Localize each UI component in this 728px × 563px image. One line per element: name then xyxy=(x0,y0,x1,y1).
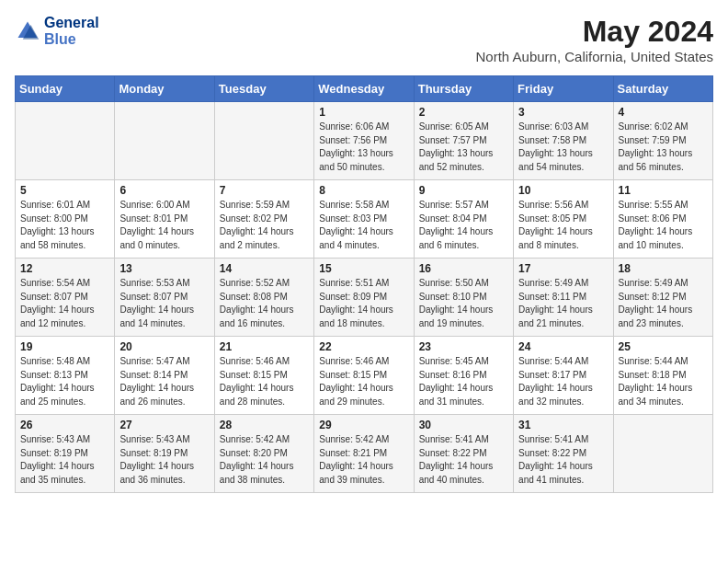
day-details: Sunrise: 5:55 AM Sunset: 8:06 PM Dayligh… xyxy=(619,199,708,252)
day-details: Sunrise: 5:51 AM Sunset: 8:09 PM Dayligh… xyxy=(319,277,408,330)
calendar-cell: 15Sunrise: 5:51 AM Sunset: 8:09 PM Dayli… xyxy=(314,259,414,337)
day-details: Sunrise: 6:06 AM Sunset: 7:56 PM Dayligh… xyxy=(319,121,408,174)
day-details: Sunrise: 5:58 AM Sunset: 8:03 PM Dayligh… xyxy=(319,199,408,252)
day-number: 13 xyxy=(119,262,209,275)
day-header-thursday: Thursday xyxy=(414,76,513,102)
calendar-cell xyxy=(115,102,214,180)
day-number: 9 xyxy=(419,184,508,197)
day-number: 11 xyxy=(619,184,708,197)
day-number: 6 xyxy=(119,184,209,197)
day-details: Sunrise: 5:49 AM Sunset: 8:12 PM Dayligh… xyxy=(619,277,708,330)
day-details: Sunrise: 5:54 AM Sunset: 8:07 PM Dayligh… xyxy=(20,277,109,330)
logo-line2: Blue xyxy=(44,31,99,48)
calendar-cell: 31Sunrise: 5:41 AM Sunset: 8:22 PM Dayli… xyxy=(514,415,613,493)
day-header-tuesday: Tuesday xyxy=(214,76,313,102)
calendar-cell: 25Sunrise: 5:44 AM Sunset: 8:18 PM Dayli… xyxy=(613,337,712,415)
day-details: Sunrise: 5:56 AM Sunset: 8:05 PM Dayligh… xyxy=(518,199,608,252)
day-details: Sunrise: 5:44 AM Sunset: 8:17 PM Dayligh… xyxy=(518,355,608,408)
day-number: 5 xyxy=(20,184,109,197)
day-header-monday: Monday xyxy=(115,76,214,102)
day-details: Sunrise: 6:01 AM Sunset: 8:00 PM Dayligh… xyxy=(20,199,109,252)
calendar-cell: 17Sunrise: 5:49 AM Sunset: 8:11 PM Dayli… xyxy=(514,259,613,337)
calendar-cell: 6Sunrise: 6:00 AM Sunset: 8:01 PM Daylig… xyxy=(115,180,214,259)
calendar-week-2: 5Sunrise: 6:01 AM Sunset: 8:00 PM Daylig… xyxy=(16,180,713,259)
day-details: Sunrise: 5:53 AM Sunset: 8:07 PM Dayligh… xyxy=(119,277,209,330)
calendar-cell: 24Sunrise: 5:44 AM Sunset: 8:17 PM Dayli… xyxy=(514,337,613,415)
day-details: Sunrise: 5:49 AM Sunset: 8:11 PM Dayligh… xyxy=(518,277,608,330)
day-details: Sunrise: 5:46 AM Sunset: 8:15 PM Dayligh… xyxy=(319,355,408,408)
day-details: Sunrise: 5:43 AM Sunset: 8:19 PM Dayligh… xyxy=(20,433,109,487)
day-details: Sunrise: 5:42 AM Sunset: 8:20 PM Dayligh… xyxy=(220,433,309,487)
day-number: 4 xyxy=(619,106,708,119)
day-details: Sunrise: 5:47 AM Sunset: 8:14 PM Dayligh… xyxy=(119,355,209,408)
logo-icon xyxy=(15,18,40,44)
day-number: 26 xyxy=(20,419,109,431)
calendar-week-4: 19Sunrise: 5:48 AM Sunset: 8:13 PM Dayli… xyxy=(16,337,713,415)
day-number: 19 xyxy=(20,340,109,353)
day-details: Sunrise: 5:46 AM Sunset: 8:15 PM Dayligh… xyxy=(220,355,309,408)
day-details: Sunrise: 5:43 AM Sunset: 8:19 PM Dayligh… xyxy=(119,433,209,487)
day-details: Sunrise: 5:44 AM Sunset: 8:18 PM Dayligh… xyxy=(619,355,708,408)
logo: General Blue xyxy=(15,15,99,47)
calendar-cell: 9Sunrise: 5:57 AM Sunset: 8:04 PM Daylig… xyxy=(414,180,513,259)
day-number: 3 xyxy=(518,106,608,119)
calendar-cell: 1Sunrise: 6:06 AM Sunset: 7:56 PM Daylig… xyxy=(314,102,414,180)
calendar-cell xyxy=(16,102,115,180)
day-number: 28 xyxy=(220,419,309,431)
logo-line1: General xyxy=(44,15,99,31)
calendar-cell: 18Sunrise: 5:49 AM Sunset: 8:12 PM Dayli… xyxy=(613,259,712,337)
calendar-cell: 10Sunrise: 5:56 AM Sunset: 8:05 PM Dayli… xyxy=(514,180,613,259)
calendar-cell: 12Sunrise: 5:54 AM Sunset: 8:07 PM Dayli… xyxy=(16,259,115,337)
day-number: 30 xyxy=(419,419,508,431)
day-details: Sunrise: 5:57 AM Sunset: 8:04 PM Dayligh… xyxy=(419,199,508,252)
calendar-cell: 13Sunrise: 5:53 AM Sunset: 8:07 PM Dayli… xyxy=(115,259,214,337)
calendar-week-1: 1Sunrise: 6:06 AM Sunset: 7:56 PM Daylig… xyxy=(16,102,713,180)
day-number: 23 xyxy=(419,340,508,353)
calendar-cell: 7Sunrise: 5:59 AM Sunset: 8:02 PM Daylig… xyxy=(214,180,313,259)
calendar-cell xyxy=(613,415,712,493)
day-number: 7 xyxy=(220,184,309,197)
calendar-cell: 21Sunrise: 5:46 AM Sunset: 8:15 PM Dayli… xyxy=(214,337,313,415)
day-details: Sunrise: 5:59 AM Sunset: 8:02 PM Dayligh… xyxy=(220,199,309,252)
day-details: Sunrise: 5:41 AM Sunset: 8:22 PM Dayligh… xyxy=(518,433,608,487)
day-number: 8 xyxy=(319,184,408,197)
day-details: Sunrise: 6:02 AM Sunset: 7:59 PM Dayligh… xyxy=(619,121,708,174)
day-number: 27 xyxy=(119,419,209,431)
day-number: 29 xyxy=(319,419,408,431)
day-details: Sunrise: 6:03 AM Sunset: 7:58 PM Dayligh… xyxy=(518,121,608,174)
day-number: 20 xyxy=(119,340,209,353)
day-details: Sunrise: 5:52 AM Sunset: 8:08 PM Dayligh… xyxy=(220,277,309,330)
day-number: 10 xyxy=(518,184,608,197)
day-details: Sunrise: 5:42 AM Sunset: 8:21 PM Dayligh… xyxy=(319,433,408,487)
day-details: Sunrise: 5:50 AM Sunset: 8:10 PM Dayligh… xyxy=(419,277,508,330)
calendar-table: SundayMondayTuesdayWednesdayThursdayFrid… xyxy=(15,75,713,493)
day-number: 22 xyxy=(319,340,408,353)
day-number: 14 xyxy=(220,262,309,275)
title-block: May 2024 North Auburn, California, Unite… xyxy=(476,15,713,64)
calendar-cell: 5Sunrise: 6:01 AM Sunset: 8:00 PM Daylig… xyxy=(16,180,115,259)
calendar-cell: 27Sunrise: 5:43 AM Sunset: 8:19 PM Dayli… xyxy=(115,415,214,493)
calendar-cell: 19Sunrise: 5:48 AM Sunset: 8:13 PM Dayli… xyxy=(16,337,115,415)
day-number: 16 xyxy=(419,262,508,275)
calendar-cell: 2Sunrise: 6:05 AM Sunset: 7:57 PM Daylig… xyxy=(414,102,513,180)
calendar-cell: 16Sunrise: 5:50 AM Sunset: 8:10 PM Dayli… xyxy=(414,259,513,337)
calendar-cell: 4Sunrise: 6:02 AM Sunset: 7:59 PM Daylig… xyxy=(613,102,712,180)
calendar-week-3: 12Sunrise: 5:54 AM Sunset: 8:07 PM Dayli… xyxy=(16,259,713,337)
calendar-cell: 20Sunrise: 5:47 AM Sunset: 8:14 PM Dayli… xyxy=(115,337,214,415)
calendar-cell: 11Sunrise: 5:55 AM Sunset: 8:06 PM Dayli… xyxy=(613,180,712,259)
day-number: 17 xyxy=(518,262,608,275)
day-number: 18 xyxy=(619,262,708,275)
day-details: Sunrise: 5:45 AM Sunset: 8:16 PM Dayligh… xyxy=(419,355,508,408)
calendar-cell: 30Sunrise: 5:41 AM Sunset: 8:22 PM Dayli… xyxy=(414,415,513,493)
day-header-wednesday: Wednesday xyxy=(314,76,414,102)
calendar-cell: 26Sunrise: 5:43 AM Sunset: 8:19 PM Dayli… xyxy=(16,415,115,493)
day-number: 21 xyxy=(220,340,309,353)
main-title: May 2024 xyxy=(476,15,713,49)
day-header-saturday: Saturday xyxy=(613,76,712,102)
day-header-friday: Friday xyxy=(514,76,613,102)
day-details: Sunrise: 6:05 AM Sunset: 7:57 PM Dayligh… xyxy=(419,121,508,174)
calendar-cell: 23Sunrise: 5:45 AM Sunset: 8:16 PM Dayli… xyxy=(414,337,513,415)
calendar-week-5: 26Sunrise: 5:43 AM Sunset: 8:19 PM Dayli… xyxy=(16,415,713,493)
day-details: Sunrise: 5:41 AM Sunset: 8:22 PM Dayligh… xyxy=(419,433,508,487)
day-number: 31 xyxy=(518,419,608,431)
